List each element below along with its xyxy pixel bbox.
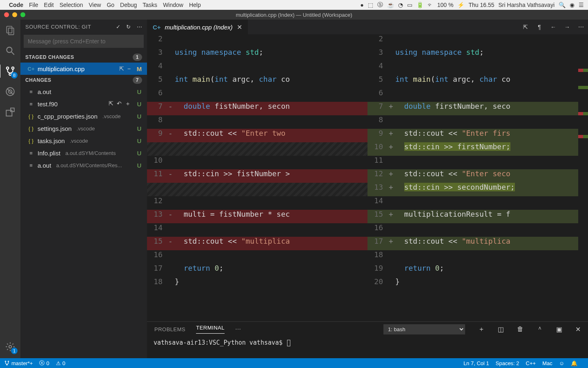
- code-line[interactable]: 5int main(int argc, char co: [147, 75, 368, 88]
- code-line[interactable]: 2: [368, 34, 588, 48]
- menu-file[interactable]: File: [29, 2, 38, 8]
- menu-help[interactable]: Help: [189, 2, 201, 8]
- maximize-panel-icon[interactable]: ▣: [556, 325, 562, 333]
- open-file-icon[interactable]: ⇱: [119, 65, 124, 72]
- discard-icon[interactable]: ↶: [117, 100, 122, 108]
- code-line[interactable]: 7+ double firstNumber, seco: [368, 102, 588, 115]
- code-line[interactable]: 4: [147, 61, 368, 75]
- diff-modified-pane[interactable]: 23using namespace std;45int main(int arg…: [368, 34, 588, 321]
- settings-gear-icon[interactable]: 1: [4, 341, 16, 352]
- menu-tasks[interactable]: Tasks: [143, 2, 157, 8]
- menu-window[interactable]: Window: [163, 2, 183, 8]
- code-line[interactable]: 2: [147, 34, 368, 48]
- status-lncol[interactable]: Ln 7, Col 1: [463, 360, 489, 366]
- menu-debug[interactable]: Debug: [120, 2, 137, 8]
- staged-changes-header[interactable]: STAGED CHANGES 1: [20, 52, 147, 63]
- code-line[interactable]: 7- double fistNumber, secon: [147, 102, 368, 115]
- panel-tab-problems[interactable]: PROBLEMS: [154, 326, 185, 332]
- change-file-row[interactable]: ≡a.outU: [20, 85, 147, 98]
- change-file-row[interactable]: ≡Info.plista.out.dSYM/ContentsU: [20, 147, 147, 159]
- code-line[interactable]: [147, 183, 368, 196]
- next-change-icon[interactable]: →: [560, 20, 574, 34]
- kill-terminal-icon[interactable]: 🗑: [517, 325, 523, 333]
- open-file-icon[interactable]: ⇱: [109, 100, 114, 108]
- diff-original-pane[interactable]: 23using namespace std;45int main(int arg…: [147, 34, 368, 321]
- debug-icon[interactable]: [4, 86, 16, 97]
- code-line[interactable]: 8: [368, 115, 588, 129]
- close-window-button[interactable]: [4, 12, 9, 17]
- code-line[interactable]: 3using namespace std;: [147, 48, 368, 61]
- change-file-row[interactable]: ≡test.f90⇱↶＋U: [20, 98, 147, 110]
- menu-view[interactable]: View: [89, 2, 101, 8]
- code-line[interactable]: 13+ std::cin >> secondNumber;: [368, 183, 588, 196]
- code-line[interactable]: 19 return 0;: [368, 264, 588, 277]
- username[interactable]: Sri Harsha Vathsavayi: [499, 2, 555, 8]
- spotlight-icon[interactable]: 🔍: [559, 2, 566, 8]
- menu-selection[interactable]: Selection: [60, 2, 83, 8]
- terminal-select[interactable]: 1: bash: [383, 324, 465, 334]
- source-control-icon[interactable]: 8: [4, 65, 16, 77]
- prev-change-icon[interactable]: ←: [546, 20, 560, 34]
- app-name[interactable]: Code: [9, 2, 23, 8]
- staged-file-row[interactable]: C+ multiplication.cpp ⇱ − M: [20, 63, 147, 75]
- code-line[interactable]: 9+ std::cout << "Enter firs: [368, 129, 588, 142]
- code-line[interactable]: 6: [368, 88, 588, 102]
- extensions-icon[interactable]: [4, 106, 16, 118]
- tab-more-icon[interactable]: ⋯: [574, 20, 588, 34]
- terminal-content[interactable]: vathsava-air13:VSC_Python vathsava$: [147, 337, 588, 349]
- code-line[interactable]: 15- std::cout << "multiplica: [147, 237, 368, 250]
- code-line[interactable]: 13- multi = fistNumber * sec: [147, 210, 368, 223]
- open-file-action-icon[interactable]: ⇱: [519, 20, 532, 34]
- status-bell-icon[interactable]: 🔔: [571, 360, 577, 366]
- menu-edit[interactable]: Edit: [44, 2, 54, 8]
- code-line[interactable]: 14: [147, 223, 368, 237]
- status-warnings[interactable]: ⚠ 0: [56, 360, 65, 366]
- close-tab-icon[interactable]: ✕: [237, 23, 242, 31]
- panel-more-icon[interactable]: ⋯: [235, 326, 241, 332]
- minimize-window-button[interactable]: [12, 12, 17, 17]
- code-line[interactable]: 8: [147, 115, 368, 129]
- code-line[interactable]: 10: [147, 156, 368, 169]
- code-line[interactable]: 12: [147, 196, 368, 210]
- display-icon[interactable]: ▭: [407, 2, 412, 8]
- change-file-row[interactable]: ≡a.outa.out.dSYM/Contents/Res...U: [20, 159, 147, 171]
- tray-icon[interactable]: ●: [360, 2, 363, 8]
- code-line[interactable]: 3using namespace std;: [368, 48, 588, 61]
- status-errors[interactable]: ⓧ 0: [39, 359, 49, 367]
- status-feedback-icon[interactable]: ☺: [559, 360, 564, 366]
- code-line[interactable]: 16: [368, 223, 588, 237]
- changes-header[interactable]: CHANGES 7: [20, 75, 147, 85]
- change-file-row[interactable]: { }c_cpp_properties.json.vscodeU: [20, 110, 147, 122]
- search-icon[interactable]: [4, 45, 16, 56]
- code-line[interactable]: 10+ std::cin >> firstNumber;: [368, 142, 588, 156]
- dropbox-icon[interactable]: ⬚: [368, 2, 373, 8]
- overview-ruler[interactable]: [578, 34, 588, 321]
- code-line[interactable]: 9- std::cout << "Enter two: [147, 129, 368, 142]
- panel-tab-terminal[interactable]: TERMINAL: [196, 325, 225, 334]
- status-eol[interactable]: Mac: [542, 360, 552, 366]
- status-lang[interactable]: C++: [526, 360, 536, 366]
- code-line[interactable]: 15+ multiplicationResult = f: [368, 210, 588, 223]
- code-line[interactable]: 12+ std::cout << "Enter seco: [368, 169, 588, 183]
- code-line[interactable]: 6: [147, 88, 368, 102]
- scroll-up-icon[interactable]: ＾: [537, 325, 543, 334]
- code-line[interactable]: 11: [368, 156, 588, 169]
- status-spaces[interactable]: Spaces: 2: [496, 360, 519, 366]
- more-icon[interactable]: ⋯: [137, 24, 143, 30]
- menu-go[interactable]: Go: [107, 2, 114, 8]
- code-line[interactable]: 4: [368, 61, 588, 75]
- refresh-icon[interactable]: ↻: [126, 24, 131, 30]
- code-line[interactable]: 18}: [147, 277, 368, 291]
- close-panel-icon[interactable]: ✕: [575, 325, 581, 333]
- skype-icon[interactable]: Ⓢ: [377, 1, 383, 9]
- code-line[interactable]: 18: [368, 250, 588, 264]
- code-line[interactable]: 17 return 0;: [147, 264, 368, 277]
- stage-icon[interactable]: ＋: [125, 100, 131, 108]
- editor-tab[interactable]: C+ multiplication.cpp (Index) ✕: [147, 20, 248, 34]
- change-file-row[interactable]: { }settings.json.vscodeU: [20, 122, 147, 135]
- status-branch[interactable]: master*+: [4, 360, 33, 366]
- split-terminal-icon[interactable]: ◫: [498, 325, 504, 333]
- wifi-icon[interactable]: ᯤ: [428, 2, 433, 8]
- code-line[interactable]: [147, 142, 368, 156]
- notification-center-icon[interactable]: ☰: [579, 2, 584, 8]
